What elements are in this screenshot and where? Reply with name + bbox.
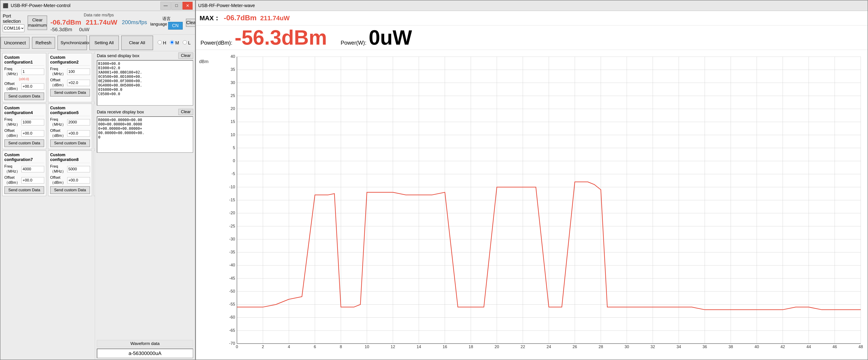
config-row-1: Custom configuration1 Freq（MHz） (±00.0) … [2,53,93,102]
svg-text:-20: -20 [229,210,235,215]
config-1-hint: (±00.0) [19,77,44,81]
max-label: MAX： [199,14,220,23]
right-app-title: USB-RF-Power-Meter-wave [198,3,255,8]
config-1-send-button[interactable]: Send custom Data [4,93,44,100]
svg-text:-50: -50 [229,289,235,294]
svg-text:14: 14 [417,345,421,349]
radio-m[interactable] [170,40,174,44]
data-send-label: Data send display box [97,53,140,58]
port-selection-group: Port selection COM116 [3,13,24,32]
app-wrapper: ⬛ USB-RF-Power-Meter-control — □ ✕ Port … [0,0,868,360]
config-7-freq-input[interactable] [22,166,44,172]
wave-header-row: MAX： -06.7dBm 211.74uW [196,11,868,26]
y-axis-title: dBm [199,59,209,64]
config-box-2: Custom configuration2 Freq（MHz） Offset（d… [48,53,92,102]
setting-all-button[interactable]: Setting All [89,35,119,50]
power-readings-row: Power(dBm): -56.3dBm Power(W): 0uW [196,26,868,50]
svg-text:24: 24 [547,345,551,349]
config-2-offset-row: Offset（dBm） [50,78,90,88]
svg-text:22: 22 [521,345,525,349]
svg-text:40: 40 [230,54,235,59]
config-row-3: Custom configuration7 Freq（MHz） Offset（d… [2,151,93,196]
config-7-freq-row: Freq（MHz） [4,164,44,174]
svg-text:20: 20 [230,106,235,111]
synchronization-button[interactable]: Synchronization [57,35,87,50]
config-7-send-button[interactable]: Send custom Data [4,186,44,194]
config-4-freq-row: Freq（MHz） [4,117,44,127]
svg-text:-70: -70 [229,341,235,346]
data-recv-textarea[interactable]: R0000+00.00000+00.00 000+00.00000+00.000… [97,117,193,153]
svg-text:20: 20 [495,345,499,349]
config-8-send-button[interactable]: Send custom Data [50,186,90,194]
data-send-clear-button[interactable]: Clear [178,53,193,59]
config-8-offset-row: Offset（dBm） [50,175,90,185]
config-1-offset-input[interactable] [22,83,44,90]
refresh-button[interactable]: Refresh [32,37,55,49]
radio-m-label: M [170,40,179,45]
maximize-button[interactable]: □ [171,2,182,10]
minimize-button[interactable]: — [160,2,171,10]
config-5-send-button[interactable]: Send custom Data [50,139,90,147]
radio-h[interactable] [158,40,162,44]
config-5-offset-input[interactable] [67,130,90,137]
left-app-icon: ⬛ [3,3,8,8]
config-8-freq-input[interactable] [67,166,90,172]
language-group: 语言 language CN [150,16,183,30]
svg-text:-55: -55 [229,302,235,306]
svg-text:-25: -25 [229,224,235,228]
radio-l[interactable] [183,40,187,44]
config-box-7: Custom configuration7 Freq（MHz） Offset（d… [2,151,46,196]
right-titlebar: USB-RF-Power-Meter-wave [196,0,868,11]
config-8-freq-row: Freq（MHz） [50,164,90,174]
config-8-offset-input[interactable] [67,177,90,184]
svg-text:16: 16 [443,345,447,349]
radio-h-label: H [158,40,166,45]
svg-text:-65: -65 [229,328,235,333]
power-w-value: 0uW [369,27,412,48]
data-side: Data send display box Clear B1000+00.0 B… [95,51,195,360]
data-rate-label: Data rate ms/fps [50,13,147,18]
config-2-send-button[interactable]: Send custom Data [50,89,90,97]
config-5-freq-input[interactable] [67,119,90,126]
reading-fps: 200ms/fps [122,19,147,26]
config-4-offset-input[interactable] [22,130,44,137]
config-2-freq-input[interactable] [67,69,90,75]
data-send-textarea[interactable]: B1000+00.0 B1000+02.0 XA0001+00.0B0100+0… [97,60,193,106]
config-2-offset-input[interactable] [67,80,90,86]
radio-l-label: L [183,40,191,45]
config-1-offset-row: Offset（dBm） [4,81,44,91]
left-titlebar: ⬛ USB-RF-Power-Meter-control — □ ✕ [0,0,195,11]
unconnect-button[interactable]: Unconnect [0,37,30,49]
config-7-offset-input[interactable] [22,177,44,184]
clear-all-button[interactable]: Clear All [121,35,153,50]
port-selection-label: Port selection [3,13,24,24]
config-1-freq-input[interactable] [22,69,44,75]
waveform-data-label: Waveform data [97,340,193,347]
top-controls-row: Port selection COM116 Clear maximum Data… [0,11,195,35]
language-button[interactable]: CN [168,22,183,30]
data-recv-clear-button[interactable]: Clear [178,109,193,115]
svg-text:-40: -40 [229,263,235,267]
button-row: Unconnect Refresh Synchronization Settin… [0,35,195,51]
right-app-window: USB-RF-Power-Meter-wave MAX： -06.7dBm 21… [195,0,868,360]
close-button[interactable]: ✕ [182,2,193,10]
svg-text:5: 5 [233,145,235,150]
clear-maximum-button[interactable]: Clear maximum [28,15,47,30]
max-section: MAX： -06.7dBm 211.74uW [199,14,289,23]
svg-text:6: 6 [314,345,316,349]
svg-text:0: 0 [236,345,238,349]
data-send-header: Data send display box Clear [97,53,193,59]
svg-text:28: 28 [598,345,603,349]
port-selection-dropdown[interactable]: COM116 [3,24,24,32]
svg-text:38: 38 [728,345,733,349]
config-8-title: Custom configuration8 [50,153,90,163]
svg-text:-60: -60 [229,315,235,320]
config-4-freq-input[interactable] [22,119,44,126]
svg-text:32: 32 [650,345,655,349]
config-4-title: Custom configuration4 [4,106,44,116]
top-clear-button[interactable]: Clear [186,19,195,27]
svg-text:36: 36 [702,345,707,349]
config-4-send-button[interactable]: Send custom Data [4,139,44,147]
left-win-controls: — □ ✕ [160,2,193,10]
svg-text:-5: -5 [231,171,235,176]
